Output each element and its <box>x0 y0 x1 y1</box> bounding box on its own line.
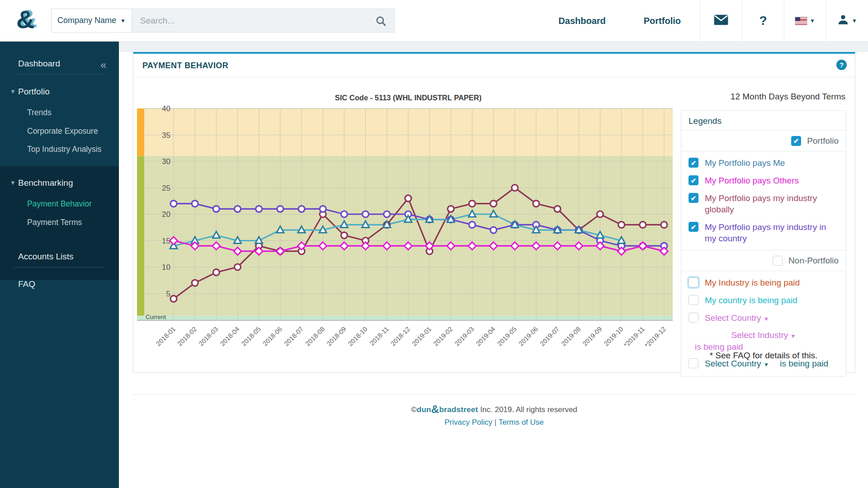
select-country-label: Select Country <box>705 313 761 323</box>
svg-text:2019-04: 2019-04 <box>475 325 497 347</box>
collapse-sidebar-icon[interactable]: « <box>100 59 106 71</box>
chevron-down-icon: ▼ <box>852 18 857 24</box>
svg-text:2018-01: 2018-01 <box>155 325 177 347</box>
separator: | <box>495 418 496 427</box>
non-portfolio-checkbox[interactable] <box>773 256 783 266</box>
portfolio-toggle-label: Portfolio <box>807 136 839 146</box>
non-portfolio-toggle-label: Non-Portfolio <box>788 256 839 266</box>
chevron-down-icon: ▼ <box>810 18 815 24</box>
checkbox[interactable] <box>689 295 698 305</box>
svg-text:2018-10: 2018-10 <box>347 325 369 347</box>
sidebar-item-label: FAQ <box>18 279 35 289</box>
dnb-logo[interactable]: & & <box>13 4 40 38</box>
caret-down-icon: ▼ <box>764 361 769 368</box>
divider <box>14 267 105 267</box>
svg-text:2018-06: 2018-06 <box>261 325 283 347</box>
svg-text:25: 25 <box>162 184 170 192</box>
svg-text:2018-03: 2018-03 <box>198 325 220 347</box>
nav-link-dashboard[interactable]: Dashboard <box>539 0 624 42</box>
checkbox[interactable] <box>689 313 698 323</box>
search-type-dropdown[interactable]: Company Name ▼ <box>52 9 132 32</box>
portfolio-legend-group: My Portfolio pays Me My Portfolio pays O… <box>681 151 846 250</box>
checkbox[interactable] <box>689 222 698 232</box>
svg-text:2018-07: 2018-07 <box>283 325 305 347</box>
checkbox[interactable] <box>689 193 698 203</box>
dnb-wordmark: dun&bradstreet <box>417 405 478 414</box>
select-industry-label: Select Industry <box>731 330 788 340</box>
main-content: PAYMENT BEHAVIOR ? SIC Code - 5113 (WHL … <box>119 42 868 488</box>
sidebar: Dashboard « ▼ Portfolio Trends Corporate… <box>0 42 119 488</box>
svg-text:2018-08: 2018-08 <box>304 325 326 347</box>
sidebar-item-label: Benchmarking <box>18 178 73 188</box>
legend-row-my-industry-paid: My Industry is being paid <box>681 274 846 291</box>
dnb-ampersand-icon: & <box>16 5 34 34</box>
svg-text:*2019-12: *2019-12 <box>643 325 667 349</box>
legend-label: My Portfolio pays Others <box>705 175 799 186</box>
svg-text:35: 35 <box>162 131 170 140</box>
us-flag-icon <box>795 17 807 25</box>
svg-text:2019-10: 2019-10 <box>603 325 625 347</box>
non-portfolio-legend-group: My Industry is being paid My country is … <box>681 271 846 376</box>
select-industry-dropdown[interactable]: Select Industry ▼ <box>681 328 846 340</box>
messages-button[interactable] <box>700 0 742 42</box>
svg-text:40: 40 <box>162 104 170 113</box>
sidebar-item-label: Payment Terms <box>27 218 82 227</box>
divider <box>133 77 855 77</box>
sidebar-item-label: Corporate Exposure <box>27 127 98 136</box>
mail-icon <box>714 14 728 27</box>
chart-title: SIC Code - 5113 (WHL INDUSTRL PAPER) <box>137 94 679 102</box>
svg-text:2019-09: 2019-09 <box>581 325 604 347</box>
legend-row-pays-others: My Portfolio pays Others <box>681 172 846 189</box>
svg-text:30: 30 <box>162 157 170 166</box>
legend-row-industry-in-country: My Portfolio pays my industry in my coun… <box>681 218 846 247</box>
sidebar-item-label: Portfolio <box>18 87 50 97</box>
checkbox[interactable] <box>689 277 698 287</box>
caret-down-icon: ▼ <box>10 88 16 95</box>
non-portfolio-toggle-row: Non-Portfolio <box>681 250 846 271</box>
legends-panel: Legends Portfolio My Portfolio pays Me M… <box>681 110 846 377</box>
nav-link-portfolio[interactable]: Portfolio <box>625 0 700 42</box>
svg-text:2019-05: 2019-05 <box>496 325 518 347</box>
footer-links: Privacy Policy | Terms of Use <box>133 418 855 427</box>
language-selector[interactable]: ▼ <box>784 0 826 42</box>
user-menu[interactable]: ▼ <box>826 0 868 42</box>
card-header: PAYMENT BEHAVIOR ? <box>133 54 855 77</box>
axis-color-strip <box>137 156 144 315</box>
svg-text:2018-05: 2018-05 <box>240 325 262 347</box>
payment-behavior-card: PAYMENT BEHAVIOR ? SIC Code - 5113 (WHL … <box>133 52 855 373</box>
svg-text:2018-09: 2018-09 <box>326 325 348 347</box>
svg-text:Current: Current <box>146 314 166 320</box>
days-beyond-terms-label: 12 Month Days Beyond Terms <box>731 92 845 102</box>
axis-color-strip <box>137 108 144 156</box>
svg-text:10: 10 <box>162 263 170 272</box>
privacy-policy-link[interactable]: Privacy Policy <box>444 418 492 427</box>
caret-down-icon: ▼ <box>10 179 16 186</box>
high-dbt-zone <box>144 108 673 156</box>
checkbox[interactable] <box>689 158 698 168</box>
svg-text:2019-07: 2019-07 <box>538 325 561 347</box>
svg-text:5: 5 <box>166 290 170 298</box>
svg-text:20: 20 <box>162 210 170 219</box>
help-circle-icon[interactable]: ? <box>836 60 847 70</box>
legend-row-pays-me: My Portfolio pays Me <box>681 154 846 172</box>
legends-title: Legends <box>681 111 846 131</box>
search-icon[interactable] <box>375 15 387 29</box>
divider <box>14 74 105 75</box>
checkbox[interactable] <box>689 175 698 185</box>
question-mark-icon: ? <box>759 14 767 28</box>
legend-label: My country is being paid <box>705 295 797 306</box>
svg-text:2018-02: 2018-02 <box>176 325 198 347</box>
sidebar-item-label: Top Industry Analysis <box>27 145 101 154</box>
caret-down-icon: ▼ <box>791 333 796 339</box>
terms-of-use-link[interactable]: Terms of Use <box>499 418 544 427</box>
svg-text:2019-06: 2019-06 <box>517 325 539 347</box>
caret-down-icon: ▼ <box>764 316 769 322</box>
help-button[interactable]: ? <box>742 0 784 42</box>
portfolio-toggle-row: Portfolio <box>681 131 846 151</box>
copyright-line: ©dun&bradstreet Inc. 2019. All rights re… <box>133 403 855 416</box>
legend-label: My Portfolio pays my industry globally <box>705 192 839 215</box>
portfolio-checkbox[interactable] <box>791 136 801 146</box>
search-type-label: Company Name <box>57 16 116 25</box>
select-country-dropdown[interactable]: Select Country ▼ <box>705 312 769 325</box>
search-input[interactable]: Search... <box>132 9 394 32</box>
